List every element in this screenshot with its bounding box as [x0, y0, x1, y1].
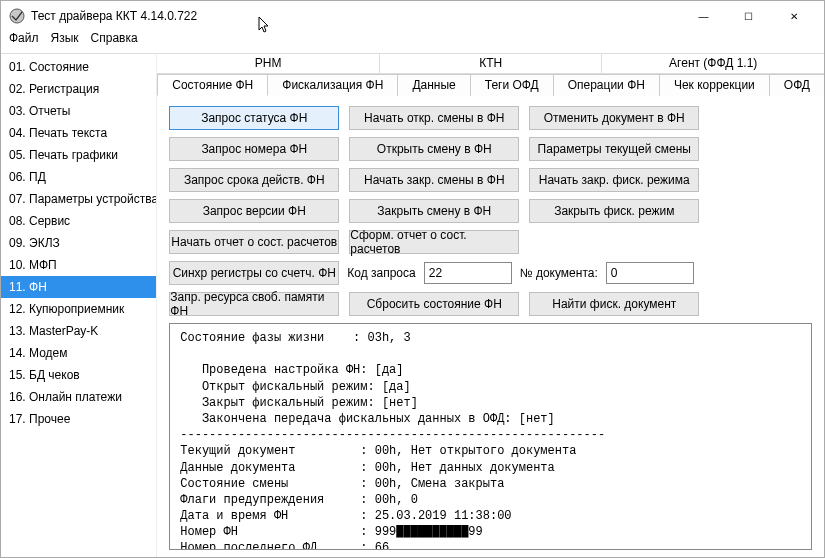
sidebar-item-5[interactable]: 06. ПД — [1, 166, 156, 188]
status-log[interactable]: Состояние фазы жизни : 03h, 3 Проведена … — [169, 323, 812, 550]
menubar: Файл Язык Справка — [1, 31, 824, 51]
find-fiscal-doc-button[interactable]: Найти фиск. документ — [529, 292, 699, 316]
sidebar-item-13[interactable]: 14. Модем — [1, 342, 156, 364]
sidebar: 01. Состояние02. Регистрация03. Отчеты04… — [1, 54, 157, 558]
sidebar-item-6[interactable]: 07. Параметры устройства — [1, 188, 156, 210]
sidebar-item-8[interactable]: 09. ЭКЛЗ — [1, 232, 156, 254]
sync-registers-button[interactable]: Синхр регистры со счетч. ФН — [169, 261, 339, 285]
current-shift-params-button[interactable]: Параметры текущей смены — [529, 137, 699, 161]
header-groups: РНМ КТН Агент (ФФД 1.1) — [157, 54, 824, 74]
request-version-button[interactable]: Запрос версии ФН — [169, 199, 339, 223]
reset-state-button[interactable]: Сбросить состояние ФН — [349, 292, 519, 316]
minimize-button[interactable]: — — [681, 1, 726, 31]
cancel-doc-button[interactable]: Отменить документ в ФН — [529, 106, 699, 130]
sidebar-item-9[interactable]: 10. МФП — [1, 254, 156, 276]
sidebar-item-11[interactable]: 12. Купюроприемник — [1, 298, 156, 320]
maximize-button[interactable]: ☐ — [726, 1, 771, 31]
tab-2[interactable]: Данные — [397, 74, 470, 96]
sidebar-item-2[interactable]: 03. Отчеты — [1, 100, 156, 122]
tab-3[interactable]: Теги ОФД — [470, 74, 554, 96]
header-ktn: КТН — [380, 54, 603, 73]
open-shift-button[interactable]: Открыть смену в ФН — [349, 137, 519, 161]
window-title: Тест драйвера ККТ 4.14.0.722 — [31, 9, 681, 23]
tabs: Состояние ФНФискализация ФНДанныеТеги ОФ… — [157, 74, 824, 96]
start-close-shift-button[interactable]: Начать закр. смены в ФН — [349, 168, 519, 192]
header-agent: Агент (ФФД 1.1) — [602, 54, 824, 73]
sidebar-item-14[interactable]: 15. БД чеков — [1, 364, 156, 386]
close-button[interactable]: ✕ — [771, 1, 816, 31]
start-open-shift-button[interactable]: Начать откр. смены в ФН — [349, 106, 519, 130]
header-rnm: РНМ — [157, 54, 380, 73]
start-close-fiscal-button[interactable]: Начать закр. фиск. режима — [529, 168, 699, 192]
request-code-label: Код запроса — [347, 266, 415, 280]
free-memory-button[interactable]: Запр. ресурса своб. памяти ФН — [169, 292, 339, 316]
doc-number-label: № документа: — [520, 266, 598, 280]
doc-number-input[interactable] — [606, 262, 694, 284]
sidebar-item-12[interactable]: 13. MasterPay-K — [1, 320, 156, 342]
request-validity-button[interactable]: Запрос срока действ. ФН — [169, 168, 339, 192]
sidebar-item-7[interactable]: 08. Сервис — [1, 210, 156, 232]
sidebar-item-10[interactable]: 11. ФН — [1, 276, 156, 298]
form-calc-report-button[interactable]: Сформ. отчет о сост. расчетов — [349, 230, 519, 254]
request-number-button[interactable]: Запрос номера ФН — [169, 137, 339, 161]
tab-4[interactable]: Операции ФН — [553, 74, 660, 96]
sidebar-item-16[interactable]: 17. Прочее — [1, 408, 156, 430]
titlebar: Тест драйвера ККТ 4.14.0.722 — ☐ ✕ — [1, 1, 824, 31]
tab-1[interactable]: Фискализация ФН — [267, 74, 398, 96]
start-calc-report-button[interactable]: Начать отчет о сост. расчетов — [169, 230, 339, 254]
tab-5[interactable]: Чек коррекции — [659, 74, 770, 96]
menu-help[interactable]: Справка — [91, 31, 138, 51]
close-shift-button[interactable]: Закрыть смену в ФН — [349, 199, 519, 223]
sidebar-item-1[interactable]: 02. Регистрация — [1, 78, 156, 100]
sidebar-item-4[interactable]: 05. Печать графики — [1, 144, 156, 166]
request-code-input[interactable] — [424, 262, 512, 284]
sidebar-item-3[interactable]: 04. Печать текста — [1, 122, 156, 144]
request-status-button[interactable]: Запрос статуса ФН — [169, 106, 339, 130]
tab-6[interactable]: ОФД — [769, 74, 825, 96]
menu-language[interactable]: Язык — [51, 31, 79, 51]
tab-0[interactable]: Состояние ФН — [157, 74, 268, 96]
app-icon — [9, 8, 25, 24]
close-fiscal-button[interactable]: Закрыть фиск. режим — [529, 199, 699, 223]
sidebar-item-0[interactable]: 01. Состояние — [1, 56, 156, 78]
menu-file[interactable]: Файл — [9, 31, 39, 51]
sidebar-item-15[interactable]: 16. Онлайн платежи — [1, 386, 156, 408]
